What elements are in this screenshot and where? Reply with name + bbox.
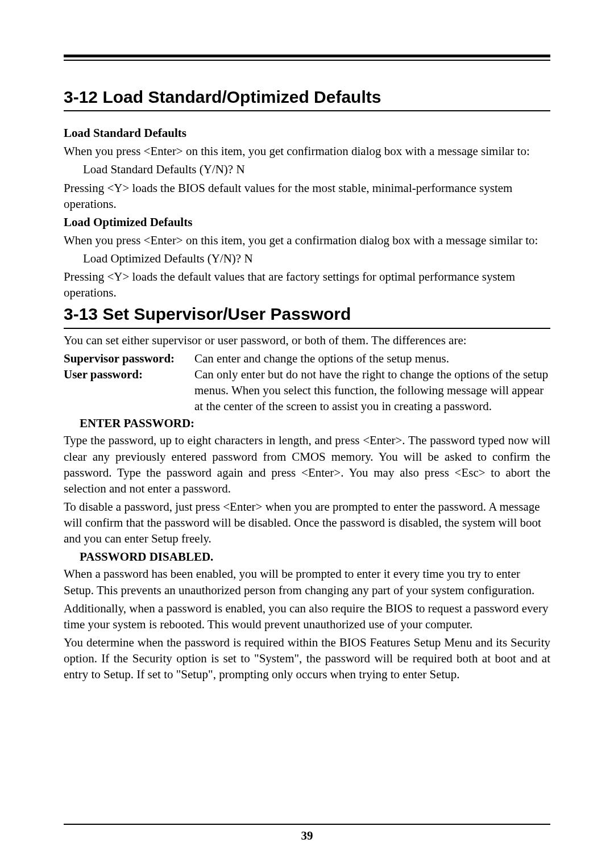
subheading-load-standard: Load Standard Defaults (64, 125, 550, 141)
paragraph: Pressing <Y> loads the default values th… (64, 269, 550, 301)
paragraph: When you press <Enter> on this item, you… (64, 232, 550, 248)
document-page: 3-12 Load Standard/Optimized Defaults Lo… (0, 0, 614, 868)
user-password-label: User password: (64, 366, 194, 414)
paragraph: When a password has been enabled, you wi… (64, 566, 550, 598)
section-heading-3-13: 3-13 Set Supervisor/User Password (64, 303, 550, 328)
paragraph: When you press <Enter> on this item, you… (64, 143, 550, 159)
password-disabled-heading: PASSWORD DISABLED. (64, 549, 550, 565)
paragraph: Pressing <Y> loads the BIOS default valu… (64, 180, 550, 212)
table-row: User password: Can only enter but do not… (64, 366, 550, 414)
section-number: 3-12 (64, 87, 98, 106)
page-content: 3-12 Load Standard/Optimized Defaults Lo… (64, 86, 550, 682)
paragraph: You determine when the password is requi… (64, 635, 550, 682)
bottom-rule (64, 824, 550, 825)
enter-password-heading: ENTER PASSWORD: (64, 415, 550, 431)
table-row: Supervisor password: Can enter and chang… (64, 350, 550, 366)
section-title: Load Standard/Optimized Defaults (102, 87, 381, 106)
prompt-line: Load Standard Defaults (Y/N)? N (64, 161, 550, 177)
subheading-load-optimized: Load Optimized Defaults (64, 214, 550, 230)
paragraph: You can set either supervisor or user pa… (64, 332, 550, 348)
section-number: 3-13 (64, 304, 98, 323)
paragraph: To disable a password, just press <Enter… (64, 499, 550, 546)
user-password-text: Can only enter but do not have the right… (194, 366, 550, 414)
spacer (64, 115, 550, 125)
supervisor-password-label: Supervisor password: (64, 350, 194, 366)
prompt-line: Load Optimized Defaults (Y/N)? N (64, 251, 550, 266)
section-heading-3-12: 3-12 Load Standard/Optimized Defaults (64, 86, 550, 111)
top-double-rule (64, 55, 550, 61)
page-number: 39 (0, 829, 614, 843)
password-definitions-table: Supervisor password: Can enter and chang… (64, 350, 550, 415)
paragraph: Type the password, up to eight character… (64, 432, 550, 496)
paragraph: Additionally, when a password is enabled… (64, 600, 550, 632)
supervisor-password-text: Can enter and change the options of the … (194, 350, 550, 366)
section-title: Set Supervisor/User Password (102, 304, 351, 323)
